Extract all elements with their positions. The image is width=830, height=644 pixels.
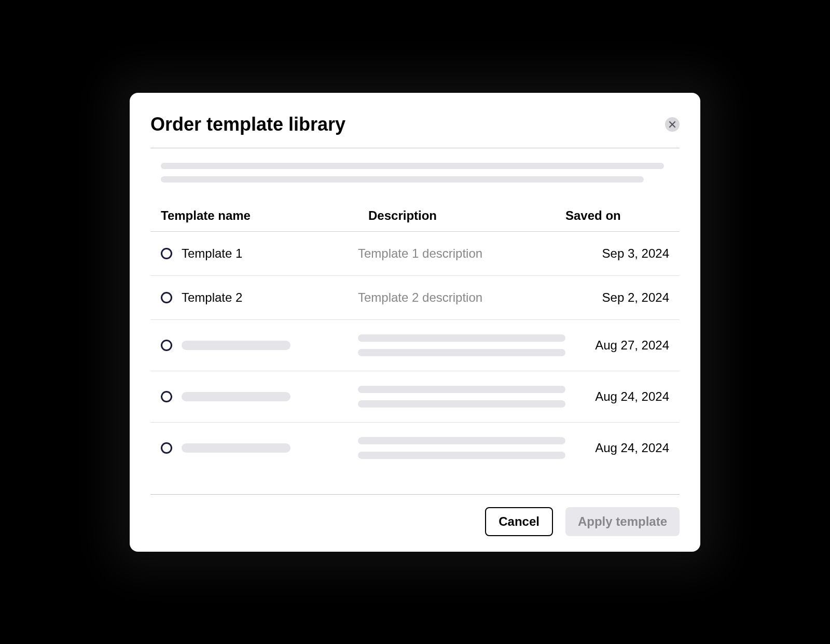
- template-description: [358, 437, 576, 459]
- table-header-row: Template name Description Saved on: [150, 200, 680, 232]
- radio-select[interactable]: [161, 292, 172, 303]
- radio-select[interactable]: [161, 340, 172, 351]
- radio-select[interactable]: [161, 442, 172, 454]
- placeholder-line: [358, 452, 565, 459]
- placeholder-name: [182, 392, 290, 401]
- radio-select[interactable]: [161, 248, 172, 259]
- placeholder-name: [182, 443, 290, 453]
- template-name: Template 1: [182, 246, 242, 261]
- template-name-cell: Template 2: [161, 290, 358, 305]
- template-table: Template name Description Saved on Templ…: [150, 200, 680, 473]
- placeholder-line: [161, 176, 644, 183]
- template-description: [358, 386, 576, 408]
- close-icon: [669, 121, 676, 128]
- table-row[interactable]: Template 2 Template 2 description Sep 2,…: [150, 276, 680, 320]
- template-saved-date: Sep 3, 2024: [576, 246, 669, 261]
- template-description: Template 1 description: [358, 246, 576, 261]
- table-row[interactable]: Aug 27, 2024: [150, 320, 680, 371]
- template-name-cell: [161, 340, 358, 351]
- column-header-saved-on: Saved on: [565, 208, 669, 223]
- modal-title: Order template library: [150, 114, 345, 135]
- close-button[interactable]: [665, 117, 680, 132]
- modal-header: Order template library: [150, 114, 680, 148]
- template-description: [358, 334, 576, 356]
- cancel-button[interactable]: Cancel: [485, 507, 553, 536]
- template-name-cell: Template 1: [161, 246, 358, 261]
- order-template-modal: Order template library Template name Des…: [130, 93, 700, 552]
- template-name-cell: [161, 442, 358, 454]
- radio-select[interactable]: [161, 391, 172, 402]
- placeholder-line: [358, 334, 565, 342]
- placeholder-line: [358, 349, 565, 356]
- template-saved-date: Aug 24, 2024: [576, 441, 669, 455]
- placeholder-line: [358, 400, 565, 408]
- template-name: Template 2: [182, 290, 242, 305]
- table-row[interactable]: Aug 24, 2024: [150, 371, 680, 423]
- template-saved-date: Aug 27, 2024: [576, 338, 669, 353]
- modal-footer: Cancel Apply template: [150, 494, 680, 536]
- placeholder-name: [182, 341, 290, 350]
- template-saved-date: Sep 2, 2024: [576, 290, 669, 305]
- placeholder-line: [358, 437, 565, 444]
- table-row[interactable]: Aug 24, 2024: [150, 423, 680, 473]
- apply-template-button[interactable]: Apply template: [565, 507, 680, 536]
- placeholder-line: [358, 386, 565, 393]
- table-row[interactable]: Template 1 Template 1 description Sep 3,…: [150, 232, 680, 276]
- column-header-description: Description: [368, 208, 565, 223]
- column-header-name: Template name: [161, 208, 368, 223]
- template-description: Template 2 description: [358, 290, 576, 305]
- placeholder-line: [161, 163, 664, 169]
- template-name-cell: [161, 391, 358, 402]
- template-saved-date: Aug 24, 2024: [576, 389, 669, 404]
- intro-placeholder: [150, 148, 680, 200]
